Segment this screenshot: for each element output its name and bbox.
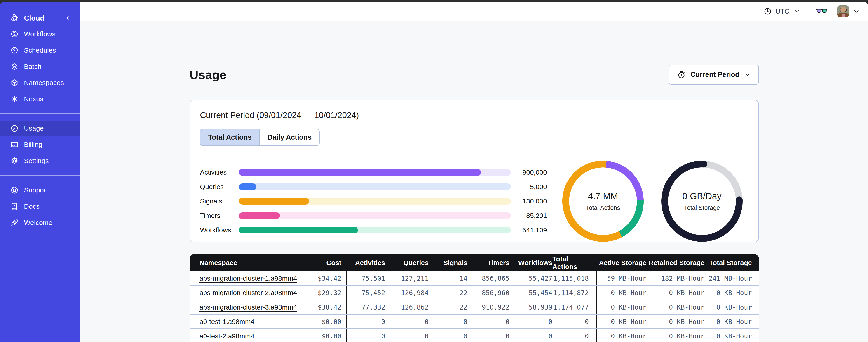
sidebar-item-workflows[interactable]: Workflows — [0, 27, 81, 41]
sidebar-item-settings[interactable]: Settings — [0, 153, 81, 168]
sidebar-item-support[interactable]: Support — [0, 183, 81, 197]
bar-label: Queries — [200, 183, 239, 191]
sidebar-item-namespaces[interactable]: Namespaces — [0, 76, 81, 90]
bar-fill — [239, 212, 280, 219]
bar-label: Activities — [200, 169, 239, 176]
sidebar-divider — [0, 113, 81, 114]
settings-icon — [10, 156, 19, 165]
cell-total-storage: 0 KB-Hour — [705, 300, 752, 314]
cell-retained-storage: 0 KB-Hour — [646, 300, 705, 314]
bar-row-activities: Activities900,000 — [200, 165, 547, 179]
timezone-selector[interactable]: UTC — [763, 7, 802, 16]
cell-namespace: a0-test-1.a98mm4 — [190, 315, 307, 329]
welcome-icon — [10, 218, 19, 227]
actions-tabs: Total ActionsDaily Actions — [200, 129, 320, 146]
account-menu-chevron-icon[interactable] — [852, 8, 860, 15]
period-selector-button[interactable]: Current Period — [669, 65, 759, 85]
sidebar-item-docs[interactable]: Docs — [0, 199, 81, 214]
namespace-link[interactable]: abs-migration-cluster-1.a98mm4 — [199, 275, 297, 282]
cell-active-storage: 0 KB-Hour — [597, 286, 646, 300]
tab-daily-actions[interactable]: Daily Actions — [260, 130, 319, 145]
table-row: a0-test-1.a98mm4$0.000000000 KB-Hour0 KB… — [190, 315, 759, 329]
avatar[interactable] — [837, 5, 849, 17]
bar-label: Workflows — [200, 226, 239, 234]
table-row: abs-migration-cluster-1.a98mm4$34.4275,5… — [190, 271, 759, 286]
cell-timers: 0 — [467, 329, 509, 342]
usage-donuts: 4.7 MMTotal Actions0 GB/DayTotal Storage — [547, 158, 745, 244]
cell-timers: 856,960 — [467, 286, 509, 300]
billing-icon — [10, 140, 19, 149]
sidebar-item-billing[interactable]: Billing — [0, 137, 81, 152]
sidebar-collapse-icon[interactable] — [63, 13, 72, 23]
donut-total-actions: 4.7 MMTotal Actions — [560, 158, 646, 244]
cell-total-actions: 1,174,077 — [552, 300, 589, 314]
donut-label: Total Storage — [684, 204, 720, 211]
cell-retained-storage: 0 KB-Hour — [646, 286, 705, 300]
table-body: abs-migration-cluster-1.a98mm4$34.4275,5… — [190, 271, 759, 342]
sidebar-item-batch[interactable]: Batch — [0, 59, 81, 74]
sidebar-item-label: Nexus — [24, 95, 43, 103]
cell-active-storage: 0 KB-Hour — [597, 329, 646, 342]
sidebar-divider — [0, 175, 81, 176]
sidebar-brand: Cloud — [0, 11, 81, 25]
namespace-link[interactable]: a0-test-1.a98mm4 — [199, 318, 254, 326]
cell-queries: 0 — [385, 329, 429, 342]
sidebar-item-label: Welcome — [24, 219, 53, 227]
cell-namespace: abs-migration-cluster-1.a98mm4 — [190, 271, 307, 285]
cell-activities: 0 — [347, 329, 385, 342]
sidebar-item-label: Workflows — [24, 30, 56, 38]
bar-fill — [239, 198, 309, 205]
cell-signals: 0 — [429, 315, 467, 329]
cell-signals: Signals — [429, 254, 467, 271]
bar-label: Timers — [200, 212, 239, 219]
bar-fill — [239, 169, 481, 176]
tab-total-actions[interactable]: Total Actions — [200, 130, 260, 145]
cell-retained-storage: 0 KB-Hour — [646, 315, 705, 329]
cell-active-storage: 59 MB-Hour — [597, 271, 646, 285]
cell-queries: Queries — [385, 254, 429, 271]
bar-value: 541,109 — [511, 226, 547, 234]
cell-activities: 77,332 — [347, 300, 385, 314]
table-row: abs-migration-cluster-2.a98mm4$29.3275,4… — [190, 286, 759, 300]
cell-workflows: 55,454 — [509, 286, 552, 300]
bar-label: Signals — [200, 197, 239, 205]
donut-total-storage: 0 GB/DayTotal Storage — [659, 158, 745, 244]
donut-value: 0 GB/Day — [682, 191, 721, 201]
namespace-link[interactable]: a0-test-2.a98mm4 — [199, 332, 254, 340]
clock-icon — [763, 7, 772, 16]
cell-activities: 75,501 — [347, 271, 385, 285]
sidebar-item-label: Billing — [24, 141, 42, 148]
namespace-link[interactable]: abs-migration-cluster-3.a98mm4 — [199, 303, 297, 311]
current-period-card: Current Period (09/01/2024 — 10/01/2024)… — [190, 100, 759, 242]
sidebar-item-schedules[interactable]: Schedules — [0, 43, 81, 58]
cell-signals: 22 — [429, 286, 467, 300]
donut-value: 4.7 MM — [588, 191, 618, 201]
cell-total-actions: Total Actions — [552, 254, 589, 271]
sidebar-item-nexus[interactable]: Nexus — [0, 92, 81, 106]
cell-cost: $0.00 — [307, 315, 346, 329]
bar-value: 85,201 — [511, 212, 547, 219]
bar-value: 900,000 — [511, 169, 547, 176]
sidebar-item-welcome[interactable]: Welcome — [0, 215, 81, 230]
cell-workflows: 0 — [509, 329, 552, 342]
cell-namespace: a0-test-2.a98mm4 — [190, 329, 307, 342]
cell-total-storage: 0 KB-Hour — [705, 329, 752, 342]
cell-total-storage: 0 KB-Hour — [705, 315, 752, 329]
cell-timers: 856,865 — [467, 271, 509, 285]
cell-activities: 0 — [347, 315, 385, 329]
sidebar-item-usage[interactable]: Usage — [0, 121, 81, 136]
cell-cost: $38.42 — [307, 300, 346, 314]
cell-activities: 75,452 — [347, 286, 385, 300]
sidebar: Cloud WorkflowsSchedulesBatchNamespacesN… — [0, 2, 81, 342]
topbar: UTC — [81, 2, 868, 21]
temporal-logo-icon — [10, 13, 19, 23]
cell-timers: 910,922 — [467, 300, 509, 314]
bar-row-timers: Timers85,201 — [200, 208, 547, 223]
namespace-link[interactable]: abs-migration-cluster-2.a98mm4 — [199, 289, 297, 297]
bar-value: 5,000 — [511, 183, 547, 191]
cell-cost: $0.00 — [307, 329, 346, 342]
brand-label: Cloud — [24, 14, 63, 22]
cell-total-actions: 0 — [552, 315, 589, 329]
feedback-glasses-button[interactable] — [815, 7, 828, 15]
bar-fill — [239, 183, 256, 190]
